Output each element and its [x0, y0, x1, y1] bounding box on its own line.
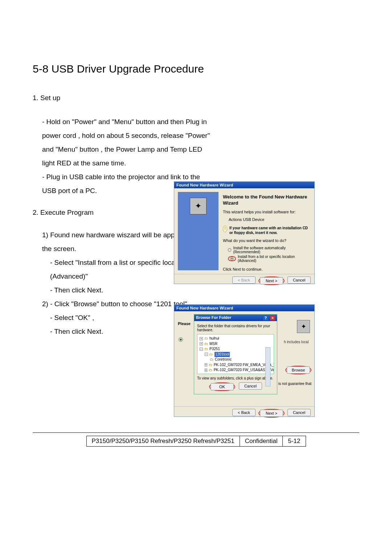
section-heading: 5-8 USB Driver Upgrade Procedure: [33, 62, 359, 77]
folder-icon: 🗀: [209, 368, 212, 373]
wizard1-question: What do you want the wizard to do?: [223, 238, 309, 243]
wizard2-please: Please: [178, 321, 191, 326]
wizard2-side-text: h includes local: [284, 340, 311, 344]
wizard2-cancel-button[interactable]: Cancel: [287, 409, 311, 416]
expand-icon[interactable]: +: [205, 363, 207, 366]
footer-page-number: 5-12: [283, 436, 305, 446]
wizard2-icon: ✦: [297, 320, 310, 333]
wizard1-welcome: Welcome to the Found New Hardware Wizard: [223, 194, 309, 206]
browse-button[interactable]: Browse: [287, 366, 310, 374]
wizard1-opt2-label: Install from a list or specific location…: [238, 255, 309, 263]
page-footer: P3150/P3250/P3150 Refresh/P3250 Refresh/…: [33, 432, 359, 447]
browse-ok-button[interactable]: OK: [211, 383, 234, 390]
browse-for-folder-dialog: Browse For Folder ? × Select the folder …: [194, 314, 277, 394]
tree-item[interactable]: P3251: [209, 346, 220, 352]
tree-item[interactable]: huihui: [209, 336, 219, 341]
folder-icon: 🗀: [209, 362, 212, 368]
tree-item[interactable]: X9 Flash: [209, 373, 224, 374]
folder-icon: 🗀: [204, 373, 208, 374]
folder-tree[interactable]: +🗀huihui +🗀MSR −🗀P3251 −🗁1201tool 🗀Coret…: [197, 334, 274, 374]
wizard1-radio-auto[interactable]: Install the software automatically (Reco…: [223, 246, 309, 254]
browse-dialog-title: Browse For Folder: [196, 315, 231, 320]
alert-icon: !: [223, 226, 227, 232]
folder-icon: 🗀: [204, 341, 208, 347]
wizard2-guarantee-text: is not guarantee that: [278, 382, 311, 386]
wizard1-cancel-button[interactable]: Cancel: [287, 276, 311, 284]
wizard2-title: Found New Hardware Wizard: [174, 305, 314, 311]
scrollbar[interactable]: [265, 347, 270, 386]
wizard2-radio-selected[interactable]: [179, 337, 183, 342]
tree-item[interactable]: Coretronic: [215, 357, 232, 362]
footer-confidential: Confidential: [240, 436, 283, 446]
collapse-icon[interactable]: −: [200, 348, 203, 351]
browse-subnote: To view any subfolders, click a plus sig…: [197, 376, 274, 380]
wizard1-back-button[interactable]: < Back: [232, 276, 256, 284]
close-icon[interactable]: ×: [270, 315, 275, 320]
footer-models: P3150/P3250/P3150 Refresh/P3250 Refresh/…: [87, 436, 240, 446]
wizard-welcome-screenshot: Found New Hardware Wizard ✦ Welcome to t…: [174, 181, 315, 284]
browse-cancel-button[interactable]: Cancel: [239, 382, 262, 390]
radio-icon: [228, 248, 231, 252]
wizard1-continue: Click Next to continue.: [223, 267, 309, 272]
folder-icon: 🗀: [204, 346, 208, 352]
wizard1-cd-alert: If your hardware came with an installati…: [229, 226, 309, 235]
folder-open-icon: 🗁: [209, 352, 213, 357]
step-1a: - Hold on "Power" and "Menu" button and …: [33, 115, 214, 170]
expand-icon[interactable]: +: [200, 342, 203, 345]
wizard1-device: Actions USB Device: [223, 217, 309, 222]
browse-instruction: Select the folder that contains drivers …: [197, 324, 274, 332]
help-icon[interactable]: ?: [263, 315, 268, 320]
folder-icon: 🗀: [204, 336, 208, 341]
step-1: 1. Set up: [33, 91, 214, 105]
radio-selected-icon: [230, 257, 234, 260]
collapse-icon[interactable]: −: [205, 353, 208, 356]
wizard2-back-button[interactable]: < Back: [232, 409, 256, 416]
wizard2-next-button[interactable]: Next >: [260, 410, 283, 417]
expand-icon[interactable]: +: [205, 369, 207, 372]
wizard1-title: Found New Hardware Wizard: [174, 182, 314, 188]
wizard1-sidebar: ✦: [178, 192, 219, 270]
wizard1-next-button[interactable]: Next >: [260, 277, 283, 284]
wizard1-opt1-label: Install the software automatically (Reco…: [233, 246, 309, 254]
tree-item-selected[interactable]: 1201tool: [215, 352, 230, 357]
expand-icon[interactable]: +: [200, 337, 203, 340]
expand-icon[interactable]: +: [200, 374, 203, 374]
wizard1-helps: This wizard helps you install software f…: [223, 209, 309, 215]
wizard-icon: ✦: [190, 198, 207, 214]
wizard-browse-screenshot: Found New Hardware Wizard Please ✦ h inc…: [174, 304, 315, 417]
tree-item[interactable]: MSR: [209, 341, 217, 347]
folder-icon: 🗀: [210, 357, 213, 362]
wizard1-radio-advanced[interactable]: Install from a list or specific location…: [223, 254, 309, 263]
